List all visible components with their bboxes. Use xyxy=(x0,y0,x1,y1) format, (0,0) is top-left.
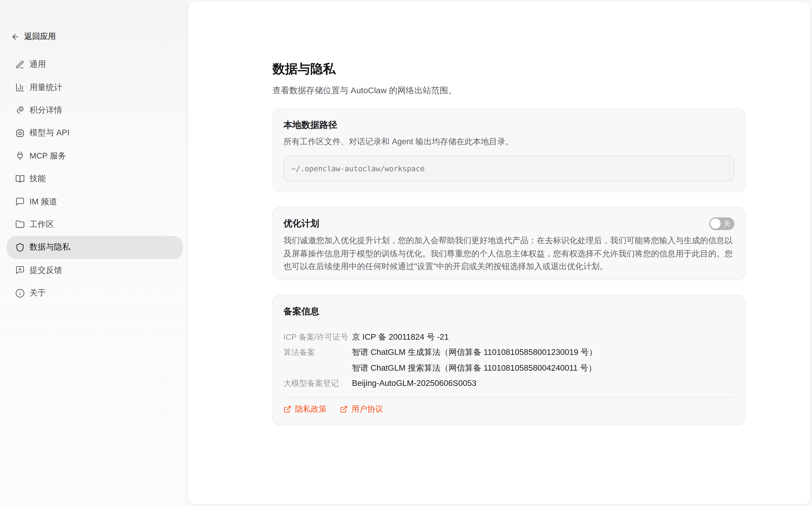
book-open-icon xyxy=(15,174,25,184)
workspace-path-field: ~/.openclaw-autoclaw/workspace xyxy=(284,156,735,181)
optimization-card: 优化计划 关 我们诚邀您加入优化提升计划，您的加入会帮助我们更好地迭代产品：在去… xyxy=(273,207,746,280)
arrow-left-icon xyxy=(11,32,19,41)
filing-row-value: 智谱 ChatGLM 生成算法（网信算备 1101081058580012300… xyxy=(352,344,597,360)
local-data-card: 本地数据路径 所有工作区文件、对话记录和 Agent 输出均存储在此本地目录。 … xyxy=(273,108,746,192)
sidebar-item-im-channels[interactable]: IM 频道 xyxy=(7,190,183,213)
filing-rows: ICP 备案/许可证号 京 ICP 备 20011824 号 -21 算法备案 … xyxy=(284,329,735,391)
filing-row-label: 算法备案 xyxy=(284,344,352,375)
settings-content: 数据与隐私 查看数据存储位置与 AutoClaw 的网络出站范围。 本地数据路径… xyxy=(273,60,746,440)
filing-row-label: 大模型备案登记 xyxy=(284,375,352,391)
privacy-policy-label: 隐私政策 xyxy=(295,404,327,414)
sidebar-item-label: 关于 xyxy=(29,287,46,299)
optimization-card-title: 优化计划 xyxy=(284,218,703,230)
coin-icon xyxy=(15,105,25,115)
optimization-toggle[interactable]: 关 xyxy=(709,218,735,230)
folder-icon xyxy=(15,220,25,229)
optimization-card-description: 我们诚邀您加入优化提升计划，您的加入会帮助我们更好地迭代产品：在去标识化处理后，… xyxy=(284,234,735,273)
pen-icon xyxy=(15,60,25,69)
sidebar-item-usage[interactable]: 用量统计 xyxy=(7,76,183,99)
sidebar-item-data-privacy[interactable]: 数据与隐私 xyxy=(7,236,183,259)
local-data-card-title: 本地数据路径 xyxy=(284,119,735,132)
external-link-icon xyxy=(340,405,348,413)
user-agreement-link[interactable]: 用户协议 xyxy=(340,404,383,414)
back-to-app-button[interactable]: 返回应用 xyxy=(11,31,56,41)
local-data-card-description: 所有工作区文件、对话记录和 Agent 输出均存储在此本地目录。 xyxy=(284,136,735,147)
bar-chart-icon xyxy=(15,83,25,92)
sidebar-item-mcp[interactable]: MCP 服务 xyxy=(7,145,183,167)
sidebar-item-label: 工作区 xyxy=(29,219,54,230)
filing-row-value: 智谱 ChatGLM 搜索算法（网信算备 1101081058580042400… xyxy=(352,360,597,375)
filing-row-large-model: 大模型备案登记 Beijing-AutoGLM-20250606S0053 xyxy=(284,375,735,391)
policy-links: 隐私政策 用户协议 xyxy=(284,404,735,414)
privacy-policy-link[interactable]: 隐私政策 xyxy=(284,404,327,414)
filing-row-value: Beijing-AutoGLM-20250606S0053 xyxy=(352,375,476,391)
info-icon xyxy=(15,288,25,298)
sidebar-item-label: 提交反馈 xyxy=(29,265,62,276)
filing-row-value: 京 ICP 备 20011824 号 -21 xyxy=(352,329,449,344)
page-title: 数据与隐私 xyxy=(273,60,746,77)
sidebar-item-feedback[interactable]: 提交反馈 xyxy=(7,259,183,281)
message-square-icon xyxy=(15,197,25,206)
back-to-app-label: 返回应用 xyxy=(24,31,56,41)
sidebar-item-label: 通用 xyxy=(29,59,46,70)
filing-divider xyxy=(284,397,735,398)
external-link-icon xyxy=(284,405,292,413)
page-subtitle: 查看数据存储位置与 AutoClaw 的网络出站范围。 xyxy=(273,85,746,96)
sidebar-item-skills[interactable]: 技能 xyxy=(7,167,183,190)
message-square-plus-icon xyxy=(15,265,25,275)
sidebar-item-label: 用量统计 xyxy=(29,82,62,93)
sidebar-nav: 通用 用量统计 积分详情 模型与 API xyxy=(7,53,183,305)
sidebar-item-label: IM 频道 xyxy=(29,196,57,207)
plug-icon xyxy=(15,151,25,161)
filing-card: 备案信息 ICP 备案/许可证号 京 ICP 备 20011824 号 -21 … xyxy=(273,294,746,425)
sidebar-item-credits[interactable]: 积分详情 xyxy=(7,99,183,122)
toggle-knob xyxy=(710,219,721,229)
sidebar-item-label: MCP 服务 xyxy=(29,151,66,162)
filing-card-title: 备案信息 xyxy=(284,305,735,318)
sidebar-item-label: 数据与隐私 xyxy=(29,242,70,253)
workspace-path-value: ~/.openclaw-autoclaw/workspace xyxy=(291,164,425,173)
shield-icon xyxy=(15,243,25,252)
cpu-icon xyxy=(15,128,25,138)
user-agreement-label: 用户协议 xyxy=(352,404,383,414)
sidebar-item-label: 模型与 API xyxy=(29,128,69,139)
sidebar-item-workspace[interactable]: 工作区 xyxy=(7,213,183,236)
sidebar-item-general[interactable]: 通用 xyxy=(7,53,183,76)
app-window: 返回应用 通用 用量统计 积分详情 xyxy=(0,0,812,506)
filing-row-icp: ICP 备案/许可证号 京 ICP 备 20011824 号 -21 xyxy=(284,329,735,344)
sidebar-item-about[interactable]: 关于 xyxy=(7,281,183,305)
filing-row-label: ICP 备案/许可证号 xyxy=(284,329,352,344)
settings-panel: 数据与隐私 查看数据存储位置与 AutoClaw 的网络出站范围。 本地数据路径… xyxy=(188,1,811,505)
toggle-state-label: 关 xyxy=(724,218,730,230)
filing-row-algorithm: 算法备案 智谱 ChatGLM 生成算法（网信算备 11010810585800… xyxy=(284,344,735,375)
sidebar: 返回应用 通用 用量统计 积分详情 xyxy=(0,0,188,506)
sidebar-item-label: 积分详情 xyxy=(29,105,62,116)
sidebar-item-label: 技能 xyxy=(29,173,46,184)
sidebar-item-models-api[interactable]: 模型与 API xyxy=(7,122,183,145)
